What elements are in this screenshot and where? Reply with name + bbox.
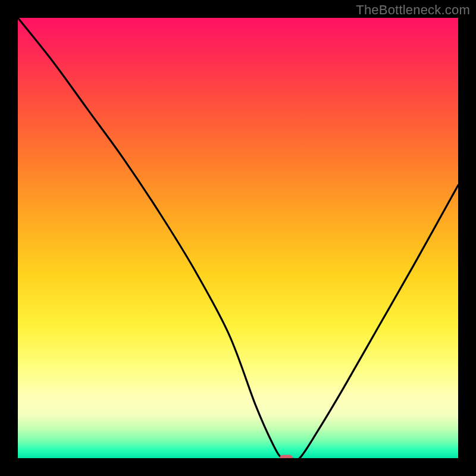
bottleneck-curve <box>18 18 458 458</box>
watermark-text: TheBottleneck.com <box>356 2 470 18</box>
plot-area <box>18 18 458 458</box>
chart-container: TheBottleneck.com <box>0 0 476 476</box>
optimal-point-marker <box>280 455 293 459</box>
